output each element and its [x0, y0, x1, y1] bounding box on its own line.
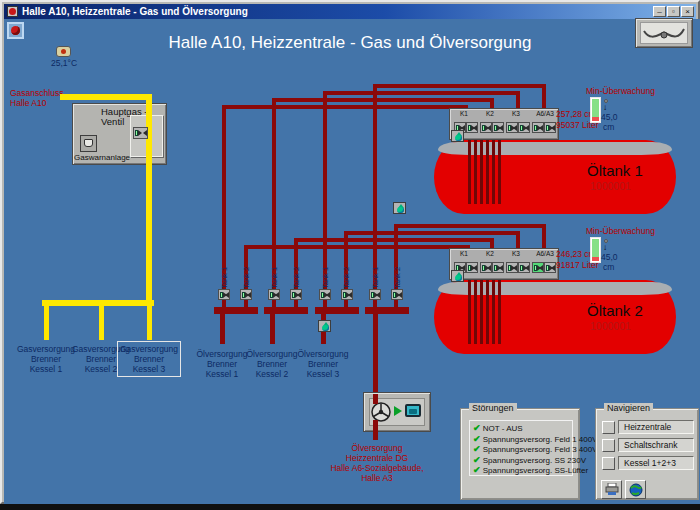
tank1-id: 1000001: [590, 180, 631, 192]
scada-window: Halle A10, Heizzentrale - Gas und Ölvers…: [0, 0, 700, 504]
tank1-valve[interactable]: [480, 122, 492, 133]
dist-valve-k3-tank2[interactable]: [341, 289, 353, 300]
main-gas-valve[interactable]: [133, 127, 148, 139]
oil-pipe-segment: [222, 105, 468, 109]
tank1-min-label: Min-Überwachung: [586, 86, 655, 96]
faults-panel: Störungen ✔ NOT - AUS ✔ Spannungsversorg…: [460, 408, 580, 500]
oil-manifold: [214, 307, 258, 314]
tank1-name: Öltank 1: [587, 162, 643, 179]
tank2-min-value: 45,0: [601, 252, 618, 262]
faults-panel-title: Störungen: [469, 403, 517, 413]
tank1-valve[interactable]: [518, 122, 530, 133]
tank2-valve[interactable]: [506, 262, 518, 273]
tank2-valve[interactable]: [518, 262, 530, 273]
gas-pipe-segment: [99, 306, 104, 340]
nav-button-schaltschrank[interactable]: [602, 439, 615, 452]
fault-row: ✔ Spannungsversorg. SS-Lüfter: [473, 465, 588, 475]
oil-pipe-segment: [394, 224, 546, 228]
oil-pipe-segment: [373, 394, 378, 404]
suction-pipe: [498, 140, 501, 204]
suction-pipe: [480, 280, 483, 344]
title-bar[interactable]: Halle A10, Heizzentrale - Gas und Ölvers…: [4, 4, 696, 19]
oil-pipe-segment: [542, 84, 546, 110]
dist-valve-k3-tank1[interactable]: [319, 289, 331, 300]
nav-target-kessel[interactable]: Kessel 1+2+3: [618, 456, 694, 470]
fault-row: ✔ NOT - AUS: [473, 423, 523, 433]
tank1-valve[interactable]: [506, 122, 518, 133]
tank1-valve[interactable]: [492, 122, 504, 133]
gas-pipe-segment: [44, 306, 49, 340]
motor-icon[interactable]: [405, 404, 421, 417]
nav-button-heizzentrale[interactable]: [602, 421, 615, 434]
tank1-valve[interactable]: [466, 122, 478, 133]
oil-manifold: [264, 307, 308, 314]
valve-group-label: K3: [505, 250, 527, 257]
gas-burner-kessel3-label[interactable]: Gasversorgung Brenner Kessel 3: [117, 341, 181, 377]
tank2-min-unit: cm: [603, 262, 614, 272]
tank2-min-label: Min-Überwachung: [586, 226, 655, 236]
oil-supply-dg-label: Ölversorgung Heizzentrale DG Halle A6-So…: [327, 443, 427, 483]
oil-burner-kessel3-label: Ölversorgung Brenner Kessel 3: [288, 349, 358, 379]
oil-pipe-segment: [270, 314, 275, 344]
ok-check-icon: ✔: [473, 434, 481, 444]
tank2-valve[interactable]: [480, 262, 492, 273]
tank2-valve-open[interactable]: [532, 262, 544, 273]
nav-target-heizzentrale[interactable]: Heizzentrale: [618, 420, 694, 434]
dist-valve-k1-tank2[interactable]: [240, 289, 252, 300]
close-button[interactable]: ×: [681, 6, 694, 17]
pipework-scheme-button[interactable]: [635, 18, 693, 48]
oil-pipe-segment: [373, 314, 378, 394]
valve-group-label: K2: [479, 250, 501, 257]
pair4-tank2-label: Tank 2: [392, 256, 403, 289]
thermometer-icon: [56, 46, 71, 57]
oil-pipe-segment: [344, 231, 520, 235]
gas-warning-device-icon[interactable]: [80, 135, 97, 152]
maximize-button[interactable]: ▫: [667, 6, 680, 17]
web-button[interactable]: [625, 480, 646, 499]
tank2-id: 1000001: [590, 320, 631, 332]
globe-icon: [629, 483, 643, 497]
oil-leak-sensor-icon: [393, 202, 406, 214]
suction-pipe: [474, 140, 477, 204]
tank2-valve[interactable]: [466, 262, 478, 273]
screenshot: Halle A10, Heizzentrale - Gas und Ölvers…: [0, 0, 700, 510]
dist-valve-a6a3-tank1[interactable]: [369, 289, 381, 300]
dist-valve-k1-tank1[interactable]: [218, 289, 230, 300]
tank2-valve[interactable]: [544, 262, 556, 273]
pair1-tank2-label: Tank 2: [241, 256, 252, 289]
pair2-tank1-label: Tank 1: [269, 256, 280, 289]
valve-group-label: K1: [453, 250, 475, 257]
pair3-tank2-label: Tank 2: [341, 256, 352, 289]
pair3-tank1-label: Tank 1: [320, 256, 331, 289]
fault-row: ✔ Spannungsversorg. SS 230V: [473, 455, 586, 465]
nav-button-kessel[interactable]: [602, 457, 615, 470]
ok-check-icon: ✔: [473, 465, 481, 475]
print-button[interactable]: [601, 480, 622, 499]
dist-valve-k2-tank2[interactable]: [290, 289, 302, 300]
valve-group-label: A6/A3: [531, 110, 559, 117]
dist-valve-k2-tank1[interactable]: [268, 289, 280, 300]
valve-group-label: A6/A3: [531, 250, 559, 257]
fault-row: ✔ Spannungsversorg. Feld 1 400V: [473, 434, 598, 444]
down-arrow-icon: ↓: [603, 243, 607, 252]
suction-pipe: [492, 280, 495, 344]
outdoor-temperature: 25,1°C: [42, 58, 86, 68]
tank2-valve[interactable]: [492, 262, 504, 273]
fault-row: ✔ Spannungsversorg. Feld 3 400V: [473, 444, 598, 454]
minimize-button[interactable]: –: [653, 6, 666, 17]
nav-target-schaltschrank[interactable]: Schaltschrank: [618, 438, 694, 452]
suction-pipe: [492, 140, 495, 204]
oil-pipe-segment: [373, 84, 546, 88]
tank1-valve[interactable]: [532, 122, 544, 133]
suction-pipe: [468, 140, 471, 204]
tank1-valve[interactable]: [544, 122, 556, 133]
pipework-icon: [641, 23, 687, 43]
dist-valve-a6a3-tank2[interactable]: [391, 289, 403, 300]
tank1-min-unit: cm: [603, 122, 614, 132]
navigation-panel-title: Navigieren: [604, 403, 653, 413]
suction-pipe: [486, 280, 489, 344]
oil-pipe-segment: [542, 224, 546, 250]
gas-pipe-segment: [147, 306, 152, 340]
pair4-tank1-label: Tank 1: [370, 256, 381, 289]
oil-pipe-segment: [220, 314, 225, 344]
